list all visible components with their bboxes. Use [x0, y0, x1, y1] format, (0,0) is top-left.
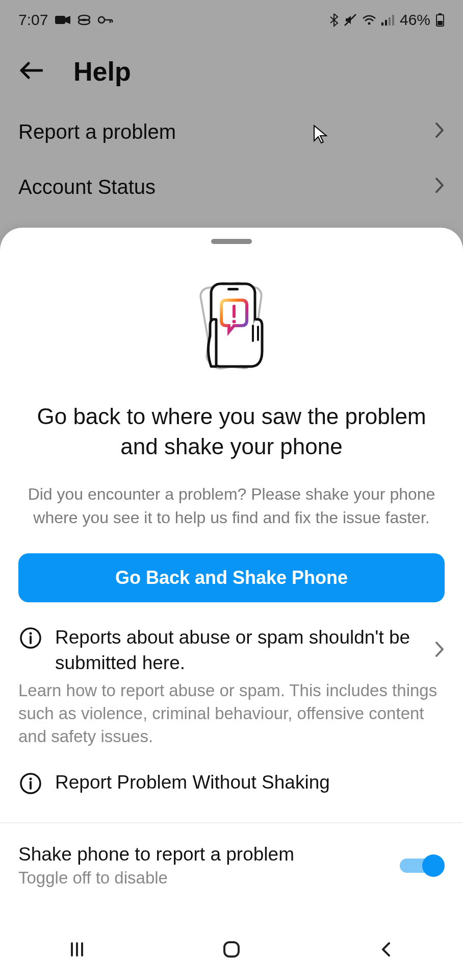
abuse-info-title: Reports about abuse or spam shouldn't be… [55, 625, 422, 676]
report-without-shaking-label: Report Problem Without Shaking [55, 772, 330, 793]
go-back-and-shake-button[interactable]: Go Back and Shake Phone [18, 553, 445, 602]
svg-point-21 [233, 320, 236, 324]
toggle-subtitle: Toggle off to disable [18, 868, 294, 888]
sheet-subtitle: Did you encounter a problem? Please shak… [0, 482, 463, 530]
nav-home-button[interactable] [216, 934, 247, 965]
android-nav-bar [0, 919, 463, 980]
shake-phone-illustration [0, 275, 463, 377]
shake-toggle-switch[interactable] [400, 854, 445, 877]
report-without-shaking-row[interactable]: Report Problem Without Shaking [0, 770, 463, 795]
report-problem-sheet: Go back to where you saw the problem and… [0, 228, 463, 980]
shake-toggle-row: Shake phone to report a problem Toggle o… [0, 844, 463, 888]
nav-recent-button[interactable] [62, 934, 92, 965]
nav-back-button[interactable] [371, 934, 401, 965]
button-label: Go Back and Shake Phone [115, 567, 348, 589]
info-icon [18, 770, 43, 795]
toggle-title: Shake phone to report a problem [18, 844, 294, 865]
info-icon [18, 625, 43, 649]
svg-rect-31 [224, 942, 239, 957]
chevron-right-icon [434, 641, 445, 660]
svg-rect-19 [227, 288, 239, 290]
drag-handle[interactable] [211, 239, 252, 244]
divider [0, 822, 463, 823]
abuse-report-info-row[interactable]: Reports about abuse or spam shouldn't be… [0, 625, 463, 676]
svg-point-26 [30, 778, 32, 780]
cursor-icon [313, 125, 327, 146]
sheet-title: Go back to where you saw the problem and… [0, 401, 463, 462]
svg-point-23 [30, 632, 32, 634]
abuse-info-desc: Learn how to report abuse or spam. This … [0, 675, 463, 748]
